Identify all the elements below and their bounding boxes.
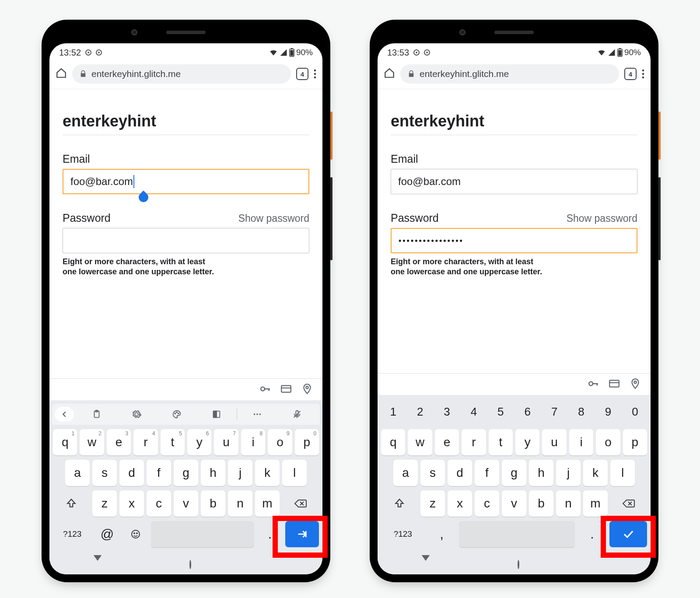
key-6[interactable]: 6	[515, 399, 539, 425]
card-icon[interactable]	[609, 378, 620, 391]
enter-key-done[interactable]	[609, 521, 647, 547]
key-i[interactable]: i	[569, 429, 593, 455]
key-c[interactable]: c	[147, 490, 171, 517]
key-q[interactable]: q1	[53, 429, 77, 455]
key-k[interactable]: k	[255, 460, 280, 486]
key-v[interactable]: v	[502, 490, 526, 517]
menu-icon[interactable]	[642, 69, 644, 79]
key-u[interactable]: u7	[214, 429, 238, 455]
key-w[interactable]: w2	[80, 429, 104, 455]
key-x[interactable]: x	[119, 490, 144, 517]
key-icon[interactable]	[259, 383, 271, 396]
key-b[interactable]: b	[529, 490, 553, 517]
key-7[interactable]: 7	[542, 399, 566, 425]
home-icon[interactable]	[56, 67, 67, 80]
key-4[interactable]: 4	[462, 399, 486, 425]
key-e[interactable]: e	[435, 429, 459, 455]
key-k[interactable]: k	[583, 460, 608, 486]
palette-icon[interactable]	[157, 409, 197, 419]
hide-keyboard-icon[interactable]	[93, 561, 102, 569]
key-l[interactable]: l	[610, 460, 635, 486]
location-icon[interactable]	[301, 383, 313, 396]
symbols-key[interactable]: ?123	[53, 521, 91, 547]
show-password-toggle[interactable]: Show password	[567, 213, 637, 224]
key-o[interactable]: o9	[268, 429, 292, 455]
tab-switcher[interactable]: 4	[624, 68, 637, 80]
key-b[interactable]: b	[201, 490, 225, 517]
password-input[interactable]	[63, 228, 309, 253]
card-icon[interactable]	[280, 383, 292, 396]
key-r[interactable]: r4	[133, 429, 158, 455]
email-input[interactable]: foo@bar.com	[63, 169, 309, 194]
hide-keyboard-icon[interactable]	[421, 561, 430, 569]
key-5[interactable]: 5	[489, 399, 513, 425]
key-g[interactable]: g	[502, 460, 526, 486]
shift-key[interactable]	[381, 490, 418, 517]
key-h[interactable]: h	[201, 460, 225, 486]
key-f[interactable]: f	[147, 460, 171, 486]
omnibox[interactable]: enterkeyhint.glitch.me	[72, 64, 291, 84]
key-9[interactable]: 9	[596, 399, 620, 425]
comma-key[interactable]: ,	[427, 521, 456, 547]
mic-icon[interactable]	[277, 409, 318, 419]
onehanded-icon[interactable]	[197, 409, 237, 419]
key-w[interactable]: w	[408, 429, 432, 455]
key-d[interactable]: d	[119, 460, 144, 486]
caret-handle-icon[interactable]	[136, 190, 150, 204]
collapse-icon[interactable]	[55, 407, 74, 422]
key-3[interactable]: 3	[435, 399, 459, 425]
key-a[interactable]: a	[393, 460, 418, 486]
key-p[interactable]: p0	[295, 429, 319, 455]
emoji-key[interactable]	[122, 521, 148, 547]
tab-switcher[interactable]: 4	[296, 68, 308, 80]
period-key[interactable]: .	[578, 521, 606, 547]
key-t[interactable]: t5	[161, 429, 185, 455]
key-2[interactable]: 2	[408, 399, 432, 425]
symbols-key[interactable]: ?123	[381, 521, 425, 547]
backspace-key[interactable]	[610, 490, 647, 517]
home-nav-icon[interactable]	[518, 561, 519, 569]
key-m[interactable]: m	[255, 490, 280, 517]
key-s[interactable]: s	[92, 460, 117, 486]
key-n[interactable]: n	[228, 490, 252, 517]
home-nav-icon[interactable]	[189, 561, 191, 569]
key-a[interactable]: a	[65, 460, 90, 486]
email-input[interactable]: foo@bar.com	[391, 169, 637, 194]
key-icon[interactable]	[588, 378, 599, 391]
key-j[interactable]: j	[228, 460, 252, 486]
omnibox[interactable]: enterkeyhint.glitch.me	[400, 64, 619, 84]
backspace-key[interactable]	[282, 490, 319, 517]
gear-icon[interactable]	[117, 409, 157, 419]
key-u[interactable]: u	[542, 429, 566, 455]
key-f[interactable]: f	[475, 460, 499, 486]
more-icon[interactable]	[237, 409, 277, 419]
clipboard-icon[interactable]	[77, 409, 117, 419]
home-icon[interactable]	[384, 67, 395, 80]
spacebar[interactable]	[459, 521, 575, 547]
key-q[interactable]: q	[381, 429, 405, 455]
password-input[interactable]: ••••••••••••••••	[391, 228, 637, 253]
key-h[interactable]: h	[529, 460, 553, 486]
key-0[interactable]: 0	[623, 399, 647, 425]
shift-key[interactable]	[53, 490, 90, 517]
key-g[interactable]: g	[174, 460, 198, 486]
period-key[interactable]: .	[257, 521, 283, 547]
location-icon[interactable]	[630, 378, 641, 391]
key-z[interactable]: z	[420, 490, 445, 517]
key-x[interactable]: x	[448, 490, 472, 517]
key-y[interactable]: y	[515, 429, 539, 455]
key-o[interactable]: o	[596, 429, 620, 455]
key-l[interactable]: l	[282, 460, 307, 486]
key-n[interactable]: n	[556, 490, 581, 517]
show-password-toggle[interactable]: Show password	[238, 213, 309, 224]
key-v[interactable]: v	[174, 490, 198, 517]
key-8[interactable]: 8	[569, 399, 593, 425]
key-1[interactable]: 1	[381, 399, 405, 425]
key-j[interactable]: j	[556, 460, 581, 486]
key-e[interactable]: e3	[107, 429, 131, 455]
key-m[interactable]: m	[583, 490, 608, 517]
key-t[interactable]: t	[489, 429, 513, 455]
key-c[interactable]: c	[475, 490, 499, 517]
enter-key-next[interactable]	[285, 521, 319, 547]
key-p[interactable]: p	[623, 429, 647, 455]
